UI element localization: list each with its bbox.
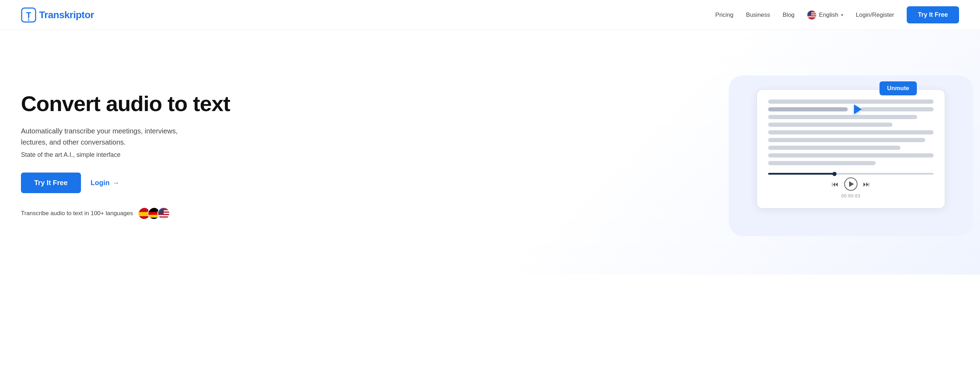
login-register-link[interactable]: Login/Register bbox=[856, 11, 894, 19]
navbar: T Transkriptor Pricing Business Blog Eng… bbox=[0, 0, 980, 30]
lang-selector[interactable]: English ▾ bbox=[807, 11, 843, 19]
svg-rect-18 bbox=[158, 208, 164, 214]
progress-track[interactable] bbox=[768, 173, 934, 175]
unmute-button[interactable]: Unmute bbox=[880, 81, 917, 95]
logo-icon: T bbox=[21, 7, 36, 23]
rewind-icon[interactable]: ⏮ bbox=[832, 180, 838, 188]
text-line-row-2 bbox=[768, 107, 934, 112]
play-inner-icon bbox=[849, 181, 854, 187]
nav-links: Pricing Business Blog English ▾ Login/Re… bbox=[716, 6, 959, 23]
nav-item-blog[interactable]: Blog bbox=[783, 11, 795, 19]
play-button[interactable] bbox=[844, 177, 858, 191]
hero-section: Convert audio to text Automatically tran… bbox=[0, 30, 980, 275]
svg-rect-5 bbox=[807, 16, 816, 17]
flags-row bbox=[138, 207, 170, 220]
play-cursor bbox=[854, 104, 862, 114]
text-line-1 bbox=[768, 99, 934, 104]
progress-bar[interactable] bbox=[768, 173, 934, 175]
us-flag-icon bbox=[807, 11, 816, 19]
text-line-5 bbox=[768, 130, 934, 134]
text-line-3 bbox=[768, 115, 917, 119]
audio-controls: ⏮ ⏭ 00:00:03 bbox=[768, 173, 934, 198]
hero-subtitle: Automatically transcribe your meetings, … bbox=[21, 125, 202, 148]
lang-note-text: Transcribe audio to text in 100+ languag… bbox=[21, 210, 133, 217]
transcript-lines bbox=[768, 99, 934, 165]
hero-right: Unmute bbox=[743, 89, 959, 222]
login-arrow-icon: → bbox=[112, 179, 119, 187]
svg-rect-6 bbox=[807, 11, 811, 15]
hero-actions: Try It Free Login → bbox=[21, 172, 230, 193]
progress-thumb bbox=[832, 172, 837, 176]
ctrl-buttons: ⏮ ⏭ bbox=[832, 177, 870, 191]
svg-text:T: T bbox=[26, 10, 32, 19]
logo[interactable]: T Transkriptor bbox=[21, 7, 94, 23]
transcript-card: Unmute bbox=[757, 89, 945, 209]
text-line-9 bbox=[768, 161, 876, 165]
text-line-4 bbox=[768, 123, 892, 127]
nav-item-pricing[interactable]: Pricing bbox=[716, 11, 733, 19]
text-line-6 bbox=[768, 138, 925, 142]
us-flag-small-icon bbox=[158, 207, 170, 220]
svg-rect-17 bbox=[158, 217, 170, 219]
try-it-free-hero-button[interactable]: Try It Free bbox=[21, 172, 81, 193]
text-line-7 bbox=[768, 146, 900, 150]
logo-text: Transkriptor bbox=[39, 10, 94, 21]
try-it-free-nav-button[interactable]: Try It Free bbox=[907, 6, 959, 23]
fast-forward-icon[interactable]: ⏭ bbox=[863, 180, 870, 188]
time-label: 00:00:03 bbox=[842, 193, 861, 198]
login-hero-link[interactable]: Login → bbox=[91, 179, 119, 187]
nav-item-business[interactable]: Business bbox=[746, 11, 770, 19]
hero-left: Convert audio to text Automatically tran… bbox=[21, 92, 230, 220]
hero-title: Convert audio to text bbox=[21, 92, 230, 116]
text-line-2a bbox=[768, 107, 848, 112]
text-line-8 bbox=[768, 153, 934, 158]
text-line-2b bbox=[861, 107, 934, 112]
hero-tagline: State of the art A.I., simple interface bbox=[21, 151, 230, 158]
chevron-down-icon: ▾ bbox=[841, 13, 843, 18]
lang-note: Transcribe audio to text in 100+ languag… bbox=[21, 207, 230, 220]
lang-label: English bbox=[819, 11, 838, 19]
progress-fill bbox=[768, 173, 834, 175]
svg-rect-16 bbox=[158, 215, 170, 217]
login-hero-label: Login bbox=[91, 179, 110, 187]
